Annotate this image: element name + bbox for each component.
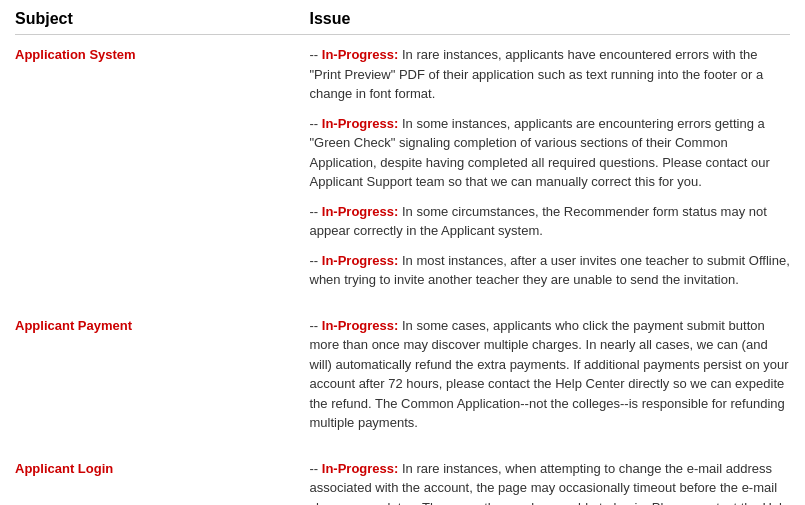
table-body: Application System-- In-Progress: In rar… bbox=[15, 45, 790, 505]
table-row: Applicant Login-- In-Progress: In rare i… bbox=[15, 459, 790, 506]
status-label: In-Progress: bbox=[322, 116, 399, 131]
issue-header: Issue bbox=[310, 10, 791, 28]
issue-item: -- In-Progress: In rare instances, appli… bbox=[310, 45, 791, 104]
status-label: In-Progress: bbox=[322, 253, 399, 268]
issue-item: -- In-Progress: In rare instances, when … bbox=[310, 459, 791, 506]
subject-cell: Applicant Payment bbox=[15, 316, 310, 433]
issue-item: -- In-Progress: In most instances, after… bbox=[310, 251, 791, 290]
issue-cell: -- In-Progress: In rare instances, when … bbox=[310, 459, 791, 506]
status-label: In-Progress: bbox=[322, 461, 399, 476]
issue-cell: -- In-Progress: In some cases, applicant… bbox=[310, 316, 791, 433]
issue-item: -- In-Progress: In some circumstances, t… bbox=[310, 202, 791, 241]
table-header: Subject Issue bbox=[15, 10, 790, 35]
issue-item: -- In-Progress: In some cases, applicant… bbox=[310, 316, 791, 433]
table-row: Application System-- In-Progress: In rar… bbox=[15, 45, 790, 298]
issue-cell: -- In-Progress: In rare instances, appli… bbox=[310, 45, 791, 290]
subject-cell: Applicant Login bbox=[15, 459, 310, 506]
table-row: Applicant Payment-- In-Progress: In some… bbox=[15, 316, 790, 441]
subject-header: Subject bbox=[15, 10, 310, 28]
issue-item: -- In-Progress: In some instances, appli… bbox=[310, 114, 791, 192]
status-label: In-Progress: bbox=[322, 318, 399, 333]
status-label: In-Progress: bbox=[322, 204, 399, 219]
issues-table: Subject Issue Application System-- In-Pr… bbox=[15, 10, 790, 505]
subject-cell: Application System bbox=[15, 45, 310, 290]
status-label: In-Progress: bbox=[322, 47, 399, 62]
